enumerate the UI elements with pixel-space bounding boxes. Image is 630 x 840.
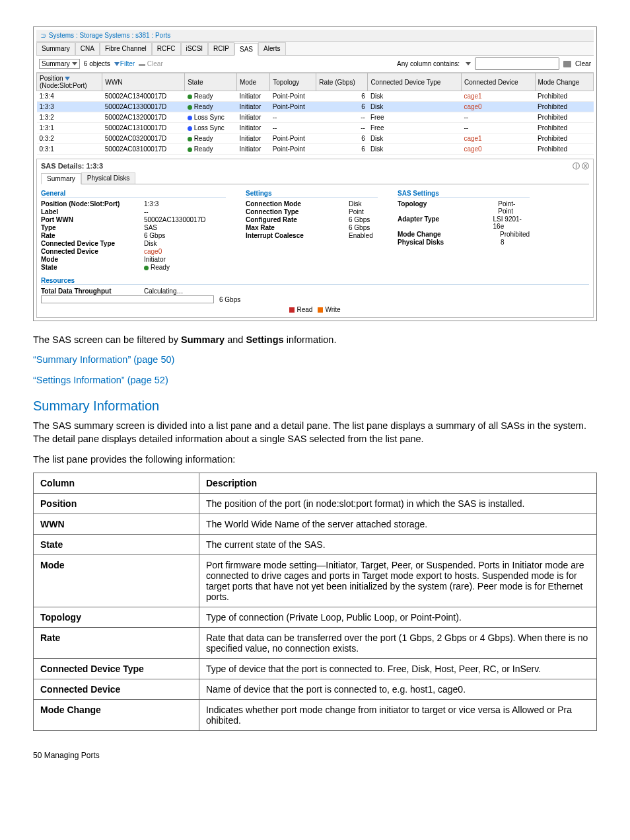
table-cell: Ready — [185, 144, 237, 155]
printer-icon[interactable] — [563, 61, 571, 67]
column-header[interactable]: Mode Change — [535, 73, 593, 91]
tab-cna[interactable]: CNA — [75, 42, 100, 55]
filter-link[interactable]: Filter — [114, 60, 135, 67]
table-cell: Initiator — [237, 144, 270, 155]
table-cell: 50002AC13300017D — [102, 102, 185, 112]
kv-key: State — [41, 264, 140, 271]
doc-col-name: Topology — [34, 607, 199, 627]
throughput-rate: 6 Gbps — [219, 296, 240, 303]
clear-link[interactable]: ▬ Clear — [139, 60, 163, 67]
table-cell: Disk — [368, 134, 462, 144]
column-header[interactable]: WWN — [102, 73, 185, 91]
kv-row: Interrupt CoalesceEnabled — [246, 232, 378, 239]
column-header[interactable]: Mode — [237, 73, 270, 91]
tab-summary[interactable]: Summary — [36, 42, 75, 55]
table-cell: 50002AC03100017D — [102, 144, 185, 155]
table-cell: 0:3:1 — [37, 144, 102, 155]
column-header[interactable]: Connected Device — [461, 73, 535, 91]
kv-row: Configured Rate6 Gbps — [246, 216, 378, 223]
table-cell: Disk — [368, 144, 462, 155]
throughput-label: Total Data Throughput — [41, 287, 140, 295]
table-cell: Point-Point — [270, 134, 316, 144]
doc-col-desc: Indicates whether port mode change from … — [199, 699, 597, 730]
sas-settings-heading: SAS Settings — [398, 190, 530, 198]
kv-value: Enabled — [349, 232, 373, 239]
column-header[interactable]: Position (Node:Slot:Port) — [37, 73, 102, 91]
tab-alerts[interactable]: Alerts — [258, 42, 286, 55]
table-row[interactable]: 1:3:150002AC13100017DLoss SyncInitiator-… — [37, 123, 594, 134]
view-dropdown[interactable]: Summary — [39, 59, 80, 69]
kv-key: Connected Device — [41, 248, 140, 255]
table-cell: Disk — [368, 102, 462, 112]
table-cell: 1:3:1 — [37, 123, 102, 134]
tab-sas[interactable]: SAS — [234, 43, 258, 56]
toolbar: Summary 6 objects Filter ▬ Clear Any col… — [36, 56, 594, 73]
kv-value: Prohibited — [500, 231, 530, 238]
link-summary-info[interactable]: “Summary Information” (page 50) — [33, 353, 597, 366]
table-cell: Prohibited — [535, 91, 593, 102]
throughput-value: Calculating… — [144, 287, 183, 295]
table-cell: -- — [461, 123, 535, 134]
breadcrumb-text: Systems : Storage Systems : s381 : Ports — [49, 32, 171, 39]
kv-value: Point — [349, 208, 364, 215]
table-cell: 6 — [316, 134, 368, 144]
search-input[interactable] — [475, 57, 559, 70]
kv-value: LSI 9201-16e — [493, 215, 530, 230]
column-header[interactable]: Topology — [270, 73, 316, 91]
kv-value: 6 Gbps — [144, 232, 165, 239]
tab-rcfc[interactable]: RCFC — [152, 42, 181, 55]
table-cell: cage0 — [461, 102, 535, 112]
kv-row: Adapter TypeLSI 9201-16e — [398, 215, 530, 230]
kv-key: Type — [41, 224, 140, 231]
kv-row: Connected Devicecage0 — [41, 248, 226, 255]
table-row[interactable]: 1:3:250002AC13200017DLoss SyncInitiator-… — [37, 112, 594, 123]
kv-key: Connection Type — [246, 208, 345, 215]
column-header[interactable]: Rate (Gbps) — [316, 73, 368, 91]
link-settings-info[interactable]: “Settings Information” (page 52) — [33, 373, 597, 387]
doc-table-row: RateRate that data can be transferred ov… — [34, 627, 597, 658]
kv-value: Initiator — [144, 256, 166, 263]
table-row[interactable]: 0:3:150002AC03100017DReadyInitiatorPoint… — [37, 144, 594, 155]
column-header[interactable]: Connected Device Type — [368, 73, 462, 91]
sort-icon — [65, 75, 71, 82]
doc-table-row: TopologyType of connection (Private Loop… — [34, 607, 597, 627]
table-cell: 6 — [316, 144, 368, 155]
table-cell: -- — [316, 123, 368, 134]
tab-fibre-channel[interactable]: Fibre Channel — [100, 42, 152, 55]
kv-key: Adapter Type — [398, 215, 489, 230]
details-panel: SAS Details: 1:3:3 ⓘⓧ SummaryPhysical Di… — [36, 159, 594, 318]
table-row[interactable]: 0:3:250002AC03200017DReadyInitiatorPoint… — [37, 134, 594, 144]
help-icon[interactable]: ⓘ — [573, 162, 580, 170]
chevron-down-icon[interactable] — [466, 62, 471, 65]
table-cell: cage1 — [461, 91, 535, 102]
doc-col-desc: The current state of the SAS. — [199, 534, 597, 554]
table-cell: 1:3:4 — [37, 91, 102, 102]
doc-table-row: ModePort firmware mode setting—Initiator… — [34, 554, 597, 607]
inner-tab-physical-disks[interactable]: Physical Disks — [81, 172, 135, 184]
body-p1: The SAS screen can be filtered by Summar… — [33, 333, 597, 346]
column-description-table: Column Description PositionThe position … — [33, 473, 597, 731]
inner-tab-summary[interactable]: Summary — [41, 173, 81, 184]
table-row[interactable]: 1:3:350002AC13300017DReadyInitiatorPoint… — [37, 102, 594, 112]
general-heading: General — [41, 190, 226, 198]
kv-key: Position (Node:Slot:Port) — [41, 200, 140, 208]
doc-col-desc: Rate that data can be transferred over t… — [199, 627, 597, 658]
doc-col-name: Connected Device Type — [34, 658, 199, 679]
table-cell: Prohibited — [535, 144, 593, 155]
tab-rcip[interactable]: RCIP — [208, 42, 234, 55]
clear-right-link[interactable]: Clear — [575, 60, 591, 67]
table-row[interactable]: 1:3:450002AC13400017DReadyInitiatorPoint… — [37, 91, 594, 102]
page-footer: 50 Managing Ports — [33, 751, 597, 760]
kv-value: Ready — [144, 264, 170, 271]
column-header[interactable]: State — [185, 73, 237, 91]
details-header: SAS Details: 1:3:3 ⓘⓧ — [41, 162, 589, 170]
table-cell: Ready — [185, 91, 237, 102]
kv-key: Interrupt Coalesce — [246, 232, 345, 239]
table-cell: Loss Sync — [185, 112, 237, 123]
close-icon[interactable]: ⓧ — [582, 162, 589, 170]
table-cell: 1:3:3 — [37, 102, 102, 112]
tab-iscsi[interactable]: iSCSI — [181, 42, 209, 55]
body-p2: The SAS summary screen is divided into a… — [33, 419, 597, 446]
table-cell: 50002AC13200017D — [102, 112, 185, 123]
ports-table: Position (Node:Slot:Port)WWNStateModeTop… — [36, 73, 594, 155]
